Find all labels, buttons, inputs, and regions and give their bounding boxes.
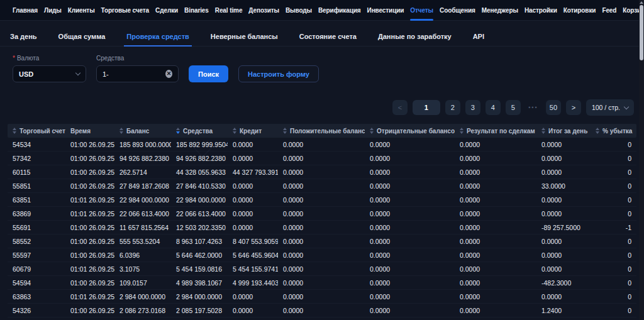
table-row[interactable]: 5432601:00 26.09.252 086 273.01682 085 1…	[8, 304, 636, 317]
pagination-ellipsis[interactable]: •••	[526, 100, 541, 115]
table-row[interactable]: 5734201:00 26.09.2594 926 882.238094 926…	[8, 152, 636, 165]
column-header-deals-result[interactable]: Результат по сделкам	[455, 128, 536, 135]
table-row[interactable]: 5459401:00 26.09.25109.01574 989 398.106…	[8, 276, 636, 290]
column-header-loss-percent[interactable]: % убытка	[591, 128, 636, 135]
clear-input-icon[interactable]: ✕	[165, 70, 172, 78]
sort-carets-icon	[596, 128, 599, 134]
nav-item-deposits[interactable]: Депозиты	[248, 0, 279, 20]
cell-negative-balances: 0.0000	[365, 182, 455, 190]
pagination-prev-button[interactable]: <	[392, 100, 408, 115]
table-row[interactable]: 6386301:01 26.09.252 984 000.00002 984 0…	[8, 290, 636, 304]
nav-item-feed[interactable]: Feed	[602, 0, 616, 20]
cell-positive-balances: 0.0000	[278, 293, 365, 301]
cell-balance: 185 893 000.0000	[114, 141, 171, 148]
column-label: Итог за день	[548, 128, 587, 135]
nav-item-settings[interactable]: Настройки	[525, 0, 557, 20]
pagination-page-3[interactable]: 3	[465, 100, 480, 115]
pagination-page-1[interactable]: 1	[413, 100, 440, 115]
nav-item-trading-accounts[interactable]: Торговые счета	[101, 0, 149, 20]
nav-item-withdrawals[interactable]: Выводы	[286, 0, 312, 20]
nav-item-quotes[interactable]: Котировки	[564, 0, 596, 20]
nav-item-home[interactable]: Главная	[13, 0, 38, 20]
cell-credit: 0.0000	[228, 141, 278, 148]
pagination-page-50[interactable]: 50	[546, 100, 561, 115]
nav-item-leads[interactable]: Лиды	[44, 0, 62, 20]
cell-daily-total: 0.0000	[536, 293, 591, 301]
cell-account: 63863	[8, 293, 65, 301]
column-header-account[interactable]: Торговый счет	[8, 128, 65, 135]
nav-item-investments[interactable]: Инвестиции	[367, 0, 404, 20]
table-row[interactable]: 6011501:00 26.09.25262.571444 328 055.96…	[8, 165, 636, 179]
table-row[interactable]: 5453401:00 26.09.25185 893 000.0000185 8…	[8, 138, 636, 152]
cell-credit: 5 454 155.9741	[228, 265, 278, 273]
cell-positive-balances: 0.0000	[278, 224, 365, 231]
tab-funds-check[interactable]: Проверка средств	[124, 29, 192, 46]
configure-form-button[interactable]: Настроить форму	[238, 65, 319, 82]
cell-time: 01:00 26.09.25	[65, 224, 114, 231]
cell-balance: 22 984 000.0000	[114, 196, 171, 204]
required-asterisk: *	[13, 55, 15, 62]
cell-deals-result: 0.0000	[455, 307, 536, 314]
table-row[interactable]: 5559701:00 26.09.256.03965 646 462.00005…	[8, 248, 636, 262]
cell-loss-percent: 0	[591, 141, 636, 148]
tab-wrong-balances[interactable]: Неверные балансы	[208, 29, 280, 46]
cell-daily-total: 33.0000	[536, 182, 591, 190]
cell-time: 01:00 26.09.25	[65, 279, 114, 287]
cell-positive-balances: 0.0000	[278, 307, 365, 314]
page-size-select[interactable]: 100 / стр.	[586, 99, 634, 116]
tab-account-state[interactable]: Состояние счета	[297, 29, 359, 46]
cell-account: 54326	[8, 307, 65, 314]
tab-earnings-data[interactable]: Данные по заработку	[375, 29, 454, 46]
nav-item-real-time[interactable]: Real time	[215, 0, 243, 20]
table-row[interactable]: 5569101:00 26.09.2511 657 815.256412 503…	[8, 221, 636, 234]
column-label: Результат по сделкам	[467, 128, 535, 135]
pagination-page-5[interactable]: 5	[506, 100, 521, 115]
cell-negative-balances: 0.0000	[365, 196, 455, 204]
nav-item-verification[interactable]: Верификация	[318, 0, 361, 20]
column-header-daily-total[interactable]: Итог за день	[536, 128, 591, 135]
nav-item-reports[interactable]: Отчеты	[410, 0, 433, 20]
cell-loss-percent: 0	[591, 238, 636, 245]
nav-item-clients[interactable]: Клиенты	[68, 0, 95, 20]
pagination-page-4[interactable]: 4	[486, 100, 501, 115]
currency-field: *Валюта USD	[13, 55, 86, 82]
currency-select[interactable]: USD	[13, 65, 86, 82]
search-button[interactable]: Поиск	[189, 65, 228, 82]
cell-balance: 2 984 000.0000	[114, 293, 171, 301]
table-row[interactable]: 6385101:01 26.09.2522 984 000.000022 984…	[8, 193, 636, 207]
sort-carets-icon	[176, 128, 180, 134]
column-header-balance[interactable]: Баланс	[114, 128, 171, 135]
column-header-negative-balances[interactable]: Отрицательные балансовые	[365, 128, 455, 135]
nav-item-messages[interactable]: Сообщения	[440, 0, 475, 20]
table-row[interactable]: 6386901:01 26.09.2522 066 613.400022 066…	[8, 207, 636, 221]
cell-account: 57342	[8, 155, 65, 162]
column-header-credit[interactable]: Кредит	[228, 128, 278, 135]
pagination-page-2[interactable]: 2	[445, 100, 460, 115]
scroll-up-arrow-icon[interactable]	[640, 1, 643, 4]
nav-item-managers[interactable]: Менеджеры	[482, 0, 518, 20]
cell-daily-total: -89 257.5000	[536, 224, 591, 231]
nav-item-binaries[interactable]: Binaries	[184, 0, 209, 20]
pagination-next-button[interactable]: >	[566, 100, 581, 115]
tab-api[interactable]: API	[470, 29, 487, 46]
vertical-scrollbar[interactable]	[639, 0, 644, 320]
table-row[interactable]: 5585101:00 26.09.2527 849 187.260827 846…	[8, 179, 636, 193]
cell-balance: 109.0157	[114, 279, 171, 287]
tab-daily[interactable]: За день	[8, 29, 40, 46]
cell-funds: 5 454 159.0816	[171, 265, 228, 273]
cell-negative-balances: 0.0000	[365, 210, 455, 218]
cell-daily-total: 0.0000	[536, 238, 591, 245]
cell-loss-percent: 0	[591, 293, 636, 301]
table-row[interactable]: 6067901:01 26.09.253.10755 454 159.08165…	[8, 262, 636, 276]
cell-credit: 0.0000	[228, 182, 278, 190]
cell-account: 54534	[8, 141, 65, 148]
column-header-positive-balances[interactable]: Положительные балансовые	[278, 128, 365, 135]
cell-daily-total: 0.0000	[536, 196, 591, 204]
funds-input[interactable]	[103, 70, 165, 78]
column-label: Баланс	[126, 128, 149, 135]
tab-total-sum[interactable]: Общая сумма	[56, 29, 108, 46]
nav-item-deals[interactable]: Сделки	[155, 0, 178, 20]
scrollbar-thumb[interactable]	[640, 5, 643, 60]
top-nav: ГлавнаяЛидыКлиентыТорговые счетаСделкиBi…	[0, 0, 644, 21]
table-row[interactable]: 5855201:00 26.09.25555 553.52048 963 107…	[8, 234, 636, 248]
